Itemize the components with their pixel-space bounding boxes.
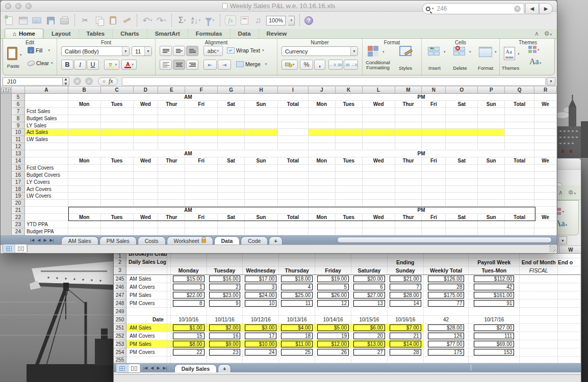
cell[interactable]	[422, 221, 446, 228]
cell[interactable]: $18.00	[279, 275, 315, 283]
cell[interactable]	[185, 108, 218, 115]
cell[interactable]	[422, 129, 446, 136]
cell[interactable]	[134, 108, 159, 115]
cell[interactable]	[278, 221, 309, 228]
grid-rows[interactable]: 5AMPM6MonTuesWedThurFriSatSunTotalMonTue…	[1, 94, 557, 235]
format-painter-button[interactable]	[121, 14, 132, 26]
cell[interactable]	[278, 108, 309, 115]
cell[interactable]	[505, 129, 534, 136]
cell[interactable]: 26	[315, 348, 351, 357]
cell[interactable]	[218, 186, 245, 193]
cell[interactable]	[478, 200, 505, 207]
cell[interactable]	[351, 357, 388, 363]
payroll-box[interactable]: 111	[474, 333, 514, 339]
cell[interactable]	[185, 193, 218, 200]
value-box[interactable]: 6	[353, 284, 385, 290]
column-header-m[interactable]: M	[395, 87, 422, 94]
value-box[interactable]: $22.00	[173, 292, 204, 298]
cell[interactable]: Tues	[336, 157, 363, 165]
cell[interactable]: 10/16/16	[388, 316, 424, 324]
value-box[interactable]: 19	[317, 333, 349, 339]
cell[interactable]: Thursday	[279, 266, 315, 275]
cell[interactable]	[351, 254, 388, 258]
align-bottom-button[interactable]	[186, 46, 198, 56]
font-color-button[interactable]: A▾	[121, 60, 137, 70]
cell[interactable]	[25, 101, 68, 108]
cell[interactable]	[520, 291, 558, 299]
cell[interactable]	[558, 254, 581, 258]
cell[interactable]	[422, 136, 446, 143]
cell[interactable]: $13.00	[351, 340, 388, 348]
cell[interactable]	[245, 193, 278, 200]
cell[interactable]: 25	[279, 348, 315, 357]
value-box[interactable]: 10	[245, 300, 276, 307]
column-header-p[interactable]: P	[478, 87, 505, 94]
cell[interactable]: 12	[315, 299, 351, 308]
payroll-box[interactable]: $112.00	[474, 276, 514, 282]
cell[interactable]: Sun	[478, 157, 505, 165]
cell[interactable]	[309, 165, 336, 172]
cell[interactable]: Wed	[363, 214, 395, 221]
row-header[interactable]: 20	[12, 200, 25, 207]
payroll-box[interactable]: $69.00	[474, 341, 514, 347]
normal-view-button[interactable]	[3, 244, 15, 253]
cell[interactable]	[278, 200, 309, 207]
column-header-b[interactable]: B	[68, 87, 101, 94]
row-header[interactable]: 10	[12, 129, 25, 136]
cell[interactable]	[101, 179, 134, 186]
cell[interactable]: Mon	[68, 101, 101, 108]
cell[interactable]	[278, 165, 309, 172]
value-box[interactable]: $12.00	[317, 341, 349, 347]
cell[interactable]	[309, 136, 336, 143]
row-header[interactable]: 5	[12, 94, 25, 101]
cell[interactable]	[243, 254, 279, 258]
cell[interactable]: $20.00	[351, 275, 388, 283]
cell[interactable]: $28.00	[424, 324, 469, 332]
cell[interactable]: $23.00	[207, 291, 243, 299]
cell[interactable]	[469, 357, 520, 363]
cell[interactable]	[446, 200, 478, 207]
cell[interactable]: $9.00	[207, 340, 243, 348]
cell[interactable]: 18	[279, 332, 315, 340]
cell[interactable]	[167, 258, 171, 266]
cell[interactable]: 24	[243, 348, 279, 357]
cell[interactable]: PM	[309, 150, 534, 157]
orientation-button[interactable]: abc▾	[203, 46, 223, 56]
column-header-n[interactable]: N	[422, 87, 446, 94]
cell[interactable]	[520, 332, 558, 340]
cell[interactable]: AM	[68, 207, 309, 214]
cell[interactable]	[245, 165, 278, 172]
cell[interactable]	[25, 94, 68, 101]
weekly-total-box[interactable]: 28	[428, 284, 465, 290]
cell[interactable]	[309, 122, 336, 129]
gear-icon[interactable]: ⚙▾	[568, 189, 576, 196]
cell[interactable]: $77.00	[424, 340, 469, 348]
cell[interactable]: $7.00	[388, 324, 424, 332]
cell[interactable]	[68, 122, 101, 129]
cell[interactable]: $6.00	[351, 324, 388, 332]
cell[interactable]	[505, 165, 534, 172]
zoom-select[interactable]: 100%	[266, 16, 286, 25]
cell[interactable]: Thur	[158, 157, 185, 165]
payroll-box[interactable]: $161.00	[474, 292, 514, 298]
cell[interactable]: $12.00	[315, 340, 351, 348]
cell[interactable]	[395, 179, 422, 186]
cell[interactable]: $8.00	[171, 340, 207, 348]
cell[interactable]	[478, 129, 505, 136]
cell[interactable]	[185, 172, 218, 179]
value-box[interactable]: 8	[173, 300, 204, 307]
cell[interactable]	[68, 136, 101, 143]
value-box[interactable]: 13	[353, 300, 385, 307]
cell[interactable]	[167, 254, 171, 258]
cell[interactable]	[279, 357, 315, 363]
cell[interactable]	[424, 254, 469, 258]
cell[interactable]: Sunday	[388, 266, 424, 275]
fill-color-button[interactable]: 🜄▾	[104, 60, 119, 70]
cell[interactable]	[478, 179, 505, 186]
cell[interactable]	[218, 193, 245, 200]
cell[interactable]	[388, 308, 424, 316]
wrap-text-button[interactable]: ↵ Wrap Text▾	[227, 47, 264, 53]
sheet-tab-worksheet[interactable]: Worksheet	[167, 236, 213, 244]
cell[interactable]	[363, 179, 395, 186]
cell[interactable]	[520, 283, 558, 291]
